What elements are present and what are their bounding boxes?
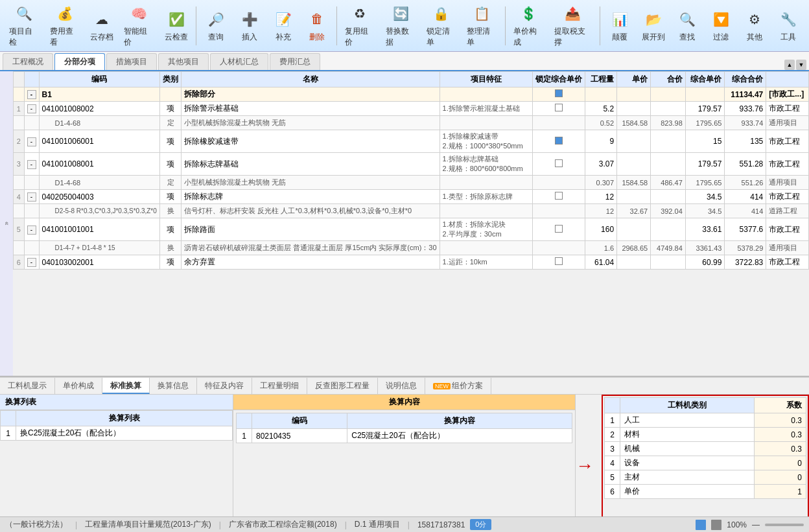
row-price <box>617 190 651 204</box>
lower-left-table[interactable]: 换算列表 1 换C25混凝土20石（配合比） <box>0 410 233 532</box>
toolbar-expand-to[interactable]: 📂 展开到 <box>638 6 669 45</box>
lower-left-header: 换算列表 <box>0 395 233 410</box>
row-expand[interactable]: - <box>24 102 39 116</box>
expand-icon[interactable]: - <box>27 258 36 267</box>
toolbar-lock-clean[interactable]: 🔒 锁定清单 <box>423 1 461 51</box>
row-lock[interactable] <box>533 130 585 153</box>
toolbar-sort-clean[interactable]: 📋 整理清单 <box>463 1 501 51</box>
lower-tab-features[interactable]: 特征及内容 <box>197 378 252 394</box>
row-lock[interactable] <box>533 153 585 176</box>
rt-row-coeff[interactable]: 0.3 <box>755 413 806 428</box>
tab-labor-material[interactable]: 人材机汇总 <box>210 53 268 70</box>
row-lock[interactable] <box>533 218 585 241</box>
lower-tab-group-plan[interactable]: NEW组价方案 <box>425 378 491 394</box>
toolbar-query[interactable]: 🔎 查询 <box>200 6 231 45</box>
list-item[interactable]: 2 材料 0.3 <box>605 428 806 442</box>
toolbar-reuse-group[interactable]: ♻ 复用组价 <box>341 1 379 51</box>
expand-icon[interactable]: - <box>27 104 36 113</box>
toolbar-filter[interactable]: 🔽 过滤 <box>705 6 736 45</box>
rt-row-coeff[interactable]: 0 <box>755 470 806 485</box>
lower-tab-labor[interactable]: 工料机显示 <box>0 378 55 394</box>
row-expand[interactable]: - <box>24 153 39 176</box>
toolbar-supplement[interactable]: 📝 补充 <box>268 6 299 45</box>
rt-row-type: 机械 <box>620 442 755 456</box>
lower-tab-reverse-query[interactable]: 反查图形工程量 <box>307 378 378 394</box>
view-btn-1[interactable] <box>696 520 706 530</box>
row-region: [市政工...] <box>766 87 809 102</box>
toolbar-replace-data[interactable]: 🔄 替换数据 <box>382 1 420 51</box>
toolbar-cloud-check[interactable]: ✅ 云检查 <box>161 6 192 45</box>
rt-row-coeff[interactable]: 0 <box>755 456 806 470</box>
list-item[interactable]: 1 人工 0.3 <box>605 413 806 428</box>
tab-scroll-down[interactable]: ▼ <box>796 60 806 70</box>
lock-checkbox[interactable] <box>555 137 563 145</box>
row-expand[interactable]: - <box>24 218 39 241</box>
toolbar-extract-support[interactable]: 📤 提取税支撑 <box>550 1 596 51</box>
lock-checkbox[interactable] <box>555 159 563 167</box>
list-item[interactable]: 1 80210435 C25混凝土20石（配合比） <box>237 429 572 443</box>
list-item[interactable]: 4 设备 0 <box>605 456 806 470</box>
expand-icon[interactable]: - <box>27 192 36 202</box>
side-collapse-btn[interactable]: « <box>0 71 13 376</box>
list-item[interactable]: 1 换C25混凝土20石（配合比） <box>1 426 233 441</box>
row-name: 拆除标志牌基础 <box>182 153 440 176</box>
toolbar-project-check[interactable]: 🔍 项目自检 <box>5 1 43 51</box>
upper-table[interactable]: « 编码 类别 名称 项目特征 锁定综合单价 工程量 单价 合价 综 <box>0 71 809 376</box>
tab-project-overview[interactable]: 工程概况 <box>3 53 53 70</box>
lock-checkbox[interactable] <box>555 225 563 233</box>
toolbar-smart-group[interactable]: 🧠 智能组价 <box>120 1 158 51</box>
tab-scroll-up[interactable]: ▲ <box>784 60 795 70</box>
lock-checkbox[interactable] <box>555 104 563 111</box>
rt-row-coeff[interactable]: 0.3 <box>755 442 806 456</box>
coeff-table-area[interactable]: 工料机类别 系数 1 人工 0.3 <box>602 395 809 532</box>
rt-row-coeff[interactable]: 0.3 <box>755 428 806 442</box>
row-total-price: 933.74 <box>725 116 766 130</box>
lock-checkbox[interactable] <box>555 192 563 200</box>
row-lock[interactable] <box>533 102 585 116</box>
row-expand[interactable]: - <box>24 255 39 270</box>
expand-icon[interactable]: - <box>27 160 36 169</box>
lower-tab-qty-detail[interactable]: 工程量明细 <box>252 378 307 394</box>
expand-icon[interactable]: - <box>27 90 36 99</box>
zoom-slider[interactable] <box>765 524 804 526</box>
tab-section-items[interactable]: 分部分项 <box>54 53 105 70</box>
list-item[interactable]: 5 主材 0 <box>605 470 806 485</box>
toolbar-delete[interactable]: 🗑 删除 <box>301 6 333 45</box>
toolbar-cost-view[interactable]: 💰 费用查看 <box>46 1 84 51</box>
rt-row-coeff[interactable]: 1 <box>755 485 806 499</box>
row-expand[interactable]: - <box>24 130 39 153</box>
review-icon: 📊 <box>609 9 630 30</box>
lower-tab-std-conversion[interactable]: 标准换算 <box>102 378 150 394</box>
list-item[interactable]: 3 机械 0.3 <box>605 442 806 456</box>
toolbar-tools[interactable]: 🔧 工具 <box>773 6 804 45</box>
row-expand[interactable]: - <box>24 190 39 204</box>
list-item[interactable]: 6 单价 1 <box>605 485 806 499</box>
toolbar-find[interactable]: 🔍 查找 <box>672 6 703 45</box>
lock-checkbox[interactable] <box>555 257 563 265</box>
lower-left-panel: 换算列表 换算列表 1 换C25混凝土20石（配合比） <box>0 395 233 532</box>
tab-cost-summary[interactable]: 费用汇总 <box>270 53 320 70</box>
toolbar-insert[interactable]: ➕ 插入 <box>234 6 265 45</box>
row-expand[interactable]: - <box>24 87 39 102</box>
row-region: 道路工程 <box>766 204 809 218</box>
toolbar-review[interactable]: 📊 颠覆 <box>604 6 635 45</box>
row-lock[interactable] <box>533 190 585 204</box>
zoom-minus[interactable]: — <box>752 520 760 529</box>
expand-icon[interactable]: - <box>27 137 36 146</box>
toolbar-other[interactable]: ⚙ 其他 <box>739 6 770 45</box>
toolbar-unit-price[interactable]: 💲 单价构成 <box>510 1 548 51</box>
tab-measures[interactable]: 措施项目 <box>106 53 157 70</box>
expand-icon[interactable]: - <box>27 226 36 235</box>
row-lock[interactable] <box>533 255 585 270</box>
lower-tab-conversion-info[interactable]: 换算信息 <box>150 378 197 394</box>
toolbar-cloud-archive[interactable]: ☁ 云存档 <box>86 6 117 45</box>
lower-tab-description[interactable]: 说明信息 <box>378 378 425 394</box>
view-btn-2[interactable] <box>711 520 721 530</box>
row-idx <box>14 204 25 218</box>
lock-checkbox[interactable] <box>555 89 563 97</box>
status-right: 100% — <box>696 520 804 530</box>
row-qty: 3.07 <box>585 153 617 176</box>
row-lock[interactable] <box>533 87 585 102</box>
tab-other-items[interactable]: 其他项目 <box>158 53 209 70</box>
lower-tab-unit-price[interactable]: 单价构成 <box>55 378 102 394</box>
